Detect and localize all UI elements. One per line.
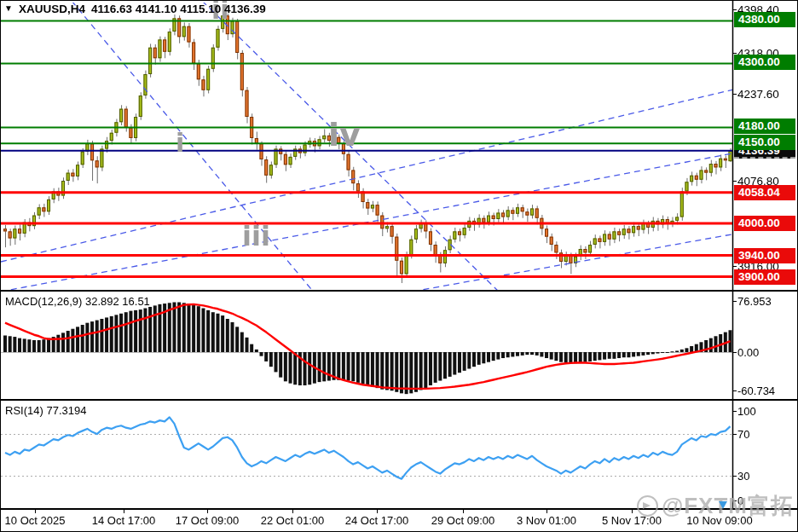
macd-tick-label: 76.953	[737, 295, 772, 308]
wave-label: iii	[242, 223, 270, 250]
price-badge: 4000.00	[734, 216, 795, 231]
rsi-name: RSI(14)	[5, 404, 43, 417]
wave-label: iv	[328, 119, 361, 151]
time-label: 10 Oct 2025	[5, 514, 66, 527]
chart-canvas[interactable]	[1, 1, 798, 532]
rsi-tick-label: 70	[737, 428, 749, 441]
rsi-indicator-label: RSI(14) 77.3194	[5, 404, 86, 417]
time-label: 17 Oct 09:00	[176, 514, 239, 527]
price-badge: 4150.00	[734, 135, 795, 150]
symbol-dropdown-icon[interactable]: ▼	[4, 3, 13, 13]
rsi-value: 77.3194	[46, 404, 86, 417]
macd-tick-label: 0.00	[737, 346, 759, 359]
macd-name: MACD(12,26,9)	[5, 295, 82, 308]
time-label: 3 Nov 01:00	[517, 514, 576, 527]
macd-values: 32.892 16.51	[85, 295, 150, 308]
price-badge: 4300.00	[734, 55, 795, 70]
price-badge: 4380.00	[734, 12, 795, 27]
paper-plane-icon	[637, 495, 658, 517]
time-label: 24 Oct 17:00	[345, 514, 408, 527]
rsi-tick-label: 100	[737, 405, 756, 418]
price-badge: 3940.00	[734, 248, 795, 263]
macd-indicator-label: MACD(12,26,9) 32.892 16.51	[5, 295, 150, 308]
price-badge: 4058.04	[734, 185, 795, 200]
watermark-blue-mark	[719, 501, 727, 509]
price-tick-label: 4237.60	[737, 88, 779, 101]
wave-label: i	[176, 130, 184, 156]
symbol-title: XAUUSD,H4	[19, 3, 85, 15]
ohlc-values: 4116.63 4141.10 4115.10 4136.39	[91, 3, 266, 15]
trading-chart-window: iiiiiiiv ▼ XAUUSD,H4 4116.63 4141.10 411…	[0, 0, 798, 532]
price-badge: 3900.00	[734, 269, 795, 285]
time-label: 29 Oct 09:00	[431, 514, 494, 527]
watermark: @FXTM富拓	[637, 491, 794, 521]
chart-header: ▼ XAUUSD,H4 4116.63 4141.10 4115.10 4136…	[4, 3, 266, 15]
time-label: 22 Oct 01:00	[261, 514, 324, 527]
price-badge: 4180.00	[734, 119, 795, 134]
macd-tick-label: -60.734	[737, 385, 775, 397]
watermark-text: @FXTM富拓	[662, 491, 794, 521]
time-label: 14 Oct 17:00	[92, 514, 155, 527]
rsi-tick-label: 30	[737, 470, 749, 483]
